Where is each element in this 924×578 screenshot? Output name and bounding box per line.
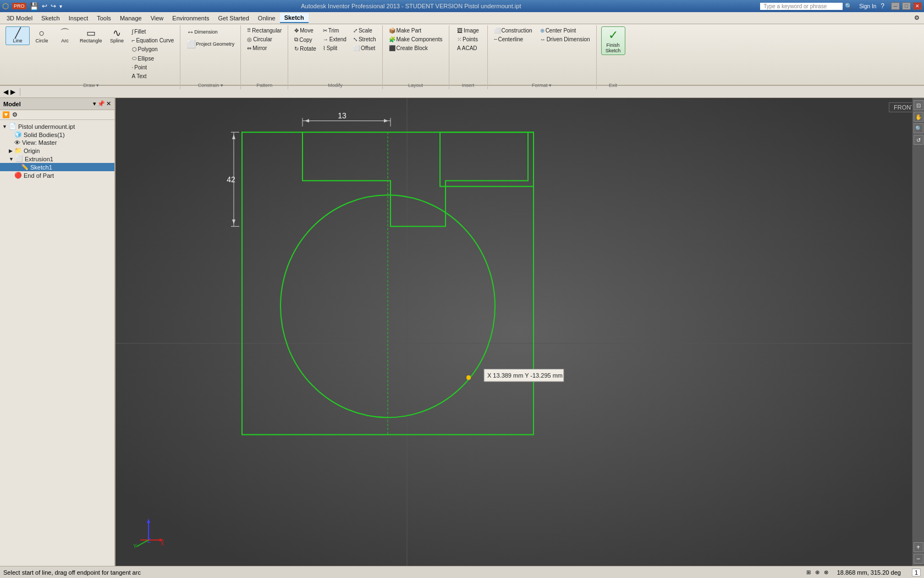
sidebar-pin-icon[interactable]: 📌 bbox=[97, 100, 105, 107]
extend-btn[interactable]: →Extend bbox=[320, 35, 349, 43]
scale-btn[interactable]: ⤢Scale bbox=[350, 26, 379, 35]
titlebar-controls[interactable]: Type a keyword or phrase 🔍 Sign In ? ─ □… bbox=[760, 2, 922, 10]
status-grid-icon[interactable]: ⊞ bbox=[806, 569, 811, 575]
tree-item-origin[interactable]: ▶ 📁 Origin bbox=[0, 146, 114, 155]
quick-access-redo[interactable]: ↪ bbox=[51, 2, 56, 10]
dimension-btn[interactable]: ↔ Dimension bbox=[184, 26, 237, 37]
split-btn[interactable]: ⌇Split bbox=[320, 44, 349, 52]
copy-btn[interactable]: ⧉Copy bbox=[292, 35, 318, 44]
search-icon[interactable]: 🔍 bbox=[845, 3, 853, 10]
pattern-group-content: ⠿ Rectangular ◎ Circular ⇔ Mirror bbox=[244, 26, 284, 88]
scale-icon: ⤢ bbox=[353, 28, 358, 34]
tree-item-sketch1[interactable]: ▶ ✏️ Sketch1 bbox=[0, 163, 114, 171]
tree-expand-root: ▼ bbox=[2, 124, 7, 129]
fillet-btn[interactable]: ⌐ Equation Curve bbox=[129, 36, 177, 45]
sidebar-filter-icon[interactable]: ▾ bbox=[93, 100, 96, 107]
finish-sketch-btn[interactable]: ✓ Finish Sketch bbox=[601, 26, 625, 55]
construction-btn[interactable]: ⬜Construction bbox=[491, 26, 535, 35]
menu-online[interactable]: Online bbox=[254, 14, 280, 23]
menu-environments[interactable]: Environments bbox=[168, 14, 213, 23]
tree-item-end[interactable]: ▶ 🔴 End of Part bbox=[0, 171, 114, 179]
tree-label-sketch1: Sketch1 bbox=[30, 164, 52, 171]
tree-item-view[interactable]: ▶ 👁 View: Master bbox=[0, 139, 114, 146]
menu-3dmodel[interactable]: 3D Model bbox=[2, 14, 37, 23]
acad-btn[interactable]: AACAD bbox=[454, 44, 482, 52]
arc-btn[interactable]: ⌒ Arc bbox=[54, 26, 76, 45]
tree-item-solid[interactable]: ▶ 🧊 Solid Bodies(1) bbox=[0, 130, 114, 139]
spline-btn[interactable]: ∿ Spline bbox=[106, 26, 128, 45]
constrain-group-content: ↔ Dimension ⬜ Project Geometry bbox=[184, 26, 237, 88]
text-btn[interactable]: A Text bbox=[129, 72, 177, 80]
sign-in[interactable]: Sign In bbox=[859, 3, 876, 9]
point-btn[interactable]: · Point bbox=[129, 63, 177, 72]
quick-access-save[interactable]: 💾 bbox=[30, 2, 38, 10]
menu-sketch[interactable]: Sketch bbox=[280, 13, 309, 23]
search-box-title[interactable]: Type a keyword or phrase bbox=[760, 3, 843, 10]
ellipse-btn[interactable]: ⬭ Ellipse bbox=[129, 54, 177, 63]
titlebar-left: ⬡ PRO 💾 ↩ ↪ ▾ bbox=[2, 2, 62, 10]
tree-item-extrusion1[interactable]: ▼ ⬜ Extrusion1 bbox=[0, 155, 114, 163]
status-extra-icon[interactable]: ⊗ bbox=[824, 569, 828, 575]
ellipse-icon: ⬭ bbox=[132, 55, 137, 62]
line-btn[interactable]: ╱ Line bbox=[6, 26, 30, 45]
sidebar: Model ▾ 📌 ✕ 🔽 ⚙ ▼ 📄 Pistol undermount.ip… bbox=[0, 98, 116, 566]
tree-item-root[interactable]: ▼ 📄 Pistol undermount.ipt bbox=[0, 122, 114, 130]
menu-sketch-tab[interactable]: Sketch bbox=[37, 14, 64, 23]
filter-icon2[interactable]: ⚙ bbox=[12, 111, 18, 118]
quick-access-menu[interactable]: ▾ bbox=[59, 3, 62, 9]
trim-btn[interactable]: ✂Trim bbox=[320, 26, 349, 35]
mirror-btn[interactable]: ⇔ Mirror bbox=[244, 44, 284, 52]
equation-curve-btn[interactable]: ∫ Fillet bbox=[129, 28, 177, 36]
points-btn[interactable]: ⁙Points bbox=[454, 35, 482, 43]
make-comp-icon: 🧩 bbox=[389, 36, 395, 42]
rectangular-btn[interactable]: ⠿ Rectangular bbox=[244, 26, 284, 35]
pan-btn[interactable]: ✋ bbox=[914, 112, 923, 122]
orbit-btn[interactable]: ↺ bbox=[914, 135, 923, 145]
tree-label-view: View: Master bbox=[22, 139, 57, 146]
zoom-in-btn[interactable]: + bbox=[914, 542, 923, 552]
close-btn[interactable]: ✕ bbox=[913, 2, 922, 10]
status-snap-icon[interactable]: ⊕ bbox=[815, 569, 820, 575]
centerline-btn[interactable]: ┄Centerline bbox=[491, 35, 535, 43]
image-btn[interactable]: 🖼Image bbox=[454, 26, 482, 35]
viewport[interactable]: 13 42 X 13.389 mm Y -13.295 mm FRONT Z bbox=[116, 98, 924, 566]
sidebar-close-icon[interactable]: ✕ bbox=[106, 100, 111, 107]
create-block-btn[interactable]: ⬛Create Block bbox=[386, 44, 446, 52]
make-components-btn[interactable]: 🧩Make Components bbox=[386, 35, 446, 43]
move-icon: ✥ bbox=[294, 28, 299, 34]
project-geometry-btn[interactable]: ⬜ Project Geometry bbox=[184, 39, 237, 50]
help-icon[interactable]: ? bbox=[881, 2, 884, 10]
move-btn[interactable]: ✥Move bbox=[292, 26, 318, 35]
menu-getstarted[interactable]: Get Started bbox=[214, 14, 254, 23]
zoom-out-btn[interactable]: − bbox=[914, 554, 923, 564]
mirror-icon: ⇔ bbox=[247, 45, 251, 51]
zoom-btn[interactable]: 🔍 bbox=[914, 123, 923, 133]
quick-access-undo[interactable]: ↩ bbox=[42, 2, 47, 10]
minimize-btn[interactable]: ─ bbox=[891, 2, 900, 10]
circle-btn[interactable]: ○ Circle bbox=[31, 26, 53, 45]
filter-icon[interactable]: 🔽 bbox=[2, 111, 10, 118]
menu-tools[interactable]: Tools bbox=[92, 14, 116, 23]
make-part-icon: 📦 bbox=[389, 28, 395, 34]
menu-manage[interactable]: Manage bbox=[116, 14, 146, 23]
menu-view[interactable]: View bbox=[146, 14, 168, 23]
rotate-btn[interactable]: ↻Rotate bbox=[292, 45, 318, 53]
tree-label-solid: Solid Bodies(1) bbox=[24, 132, 65, 138]
insert-group-content: 🖼Image ⁙Points AACAD bbox=[454, 26, 482, 88]
make-part-btn[interactable]: 📦Make Part bbox=[386, 26, 446, 35]
ribbon-content: ╱ Line ○ Circle ⌒ Arc ▭ Rectangle bbox=[0, 24, 924, 90]
create-block-icon: ⬛ bbox=[389, 45, 395, 51]
rectangle-btn[interactable]: ▭ Rectangle bbox=[77, 26, 105, 45]
circular-btn[interactable]: ◎ Circular bbox=[244, 35, 284, 43]
titlebar: ⬡ PRO 💾 ↩ ↪ ▾ Autodesk Inventor Professi… bbox=[0, 0, 924, 12]
driven-dimension-btn[interactable]: ↔Driven Dimension bbox=[537, 35, 593, 43]
offset-btn[interactable]: ⬜Offset bbox=[350, 44, 379, 52]
restore-btn[interactable]: □ bbox=[902, 2, 911, 10]
center-point-btn[interactable]: ⊕Center Point bbox=[537, 26, 593, 35]
menu-inspect[interactable]: Inspect bbox=[64, 14, 92, 23]
rotate-icon: ↻ bbox=[294, 46, 299, 52]
options-icon[interactable]: ⚙ bbox=[912, 14, 922, 21]
zoom-extents-btn[interactable]: ⊡ bbox=[914, 100, 923, 110]
polygon-btn[interactable]: ⬡ Polygon bbox=[129, 45, 177, 53]
stretch-btn[interactable]: ⤡Stretch bbox=[350, 35, 379, 43]
